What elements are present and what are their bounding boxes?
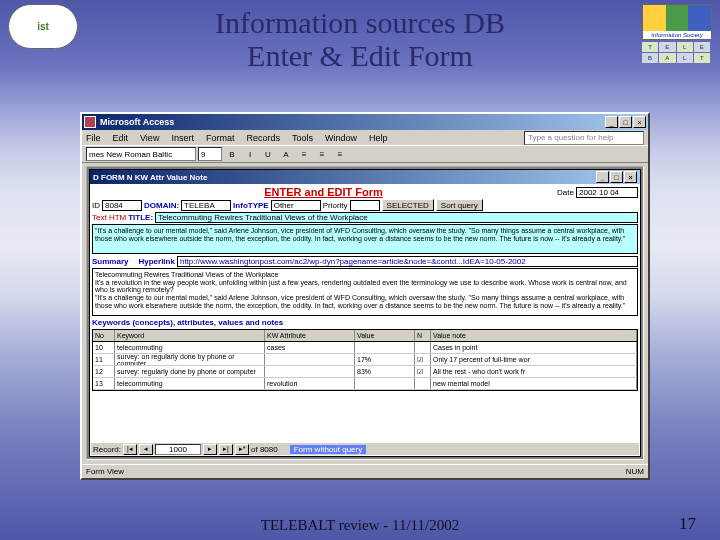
form-body: ENTER and EDIT Form Date 2002 10 04 ID 8…	[90, 184, 640, 456]
align-left-button[interactable]: ≡	[296, 147, 312, 161]
record-number-field[interactable]: 1000	[155, 444, 201, 455]
form-maximize-button[interactable]: □	[610, 171, 623, 183]
infosoc-logo: Information Society	[642, 4, 712, 40]
id-field[interactable]: 8084	[102, 200, 142, 211]
domain-field[interactable]: TELEBA	[181, 200, 231, 211]
table-header: No Keyword KW Attribute Value N Value no…	[93, 330, 637, 342]
text-label: Text HTM	[92, 213, 126, 222]
slide-title: Information sources DB Enter & Edit Form	[215, 6, 505, 72]
menubar: File Edit View Insert Format Records Too…	[82, 130, 648, 145]
priority-field[interactable]	[350, 200, 380, 211]
font-size-select[interactable]: 9	[198, 147, 222, 161]
app-titlebar[interactable]: Microsoft Access _ □ ×	[82, 114, 648, 130]
next-record-button[interactable]: ▸	[203, 444, 217, 455]
bold-button[interactable]: B	[224, 147, 240, 161]
ist-logo: ist	[8, 4, 78, 49]
keywords-table: No Keyword KW Attribute Value N Value no…	[92, 329, 638, 391]
ist-logo-area: ist	[8, 4, 78, 49]
prev-record-button[interactable]: ◂	[139, 444, 153, 455]
access-window: Microsoft Access _ □ × File Edit View In…	[80, 112, 650, 480]
infotype-label: InfoTYPE	[233, 201, 269, 210]
right-logos: Information Society T E L E B A L T	[642, 4, 712, 63]
summary-text-block[interactable]: Telecommuting Rewires Traditional Views …	[92, 268, 638, 316]
domain-label: DOMAIN:	[144, 201, 179, 210]
form-window-title: D FORM N KW Attr Value Note	[93, 173, 207, 182]
id-label: ID	[92, 201, 100, 210]
format-toolbar: mes New Roman Baltic 9 B I U A ≡ ≡ ≡	[82, 145, 648, 163]
table-row[interactable]: 11 survey: on regularly done by phone or…	[93, 354, 637, 366]
minimize-button[interactable]: _	[605, 116, 618, 128]
title-label: TITLE:	[128, 213, 153, 222]
align-center-button[interactable]: ≡	[314, 147, 330, 161]
menu-view[interactable]: View	[140, 133, 159, 143]
col-note[interactable]: Value note	[431, 330, 637, 341]
sort-query-button[interactable]: Sort query	[436, 199, 483, 211]
col-n[interactable]: N	[415, 330, 431, 341]
title-field[interactable]: Telecommuting Rewires Traditional Views …	[155, 212, 638, 223]
hyperlink-label: Hyperlink	[138, 257, 174, 266]
footer-text: TELEBALT review - 11/11/2002	[261, 517, 459, 534]
align-right-button[interactable]: ≡	[332, 147, 348, 161]
summary-label: Summary	[92, 257, 128, 266]
menu-edit[interactable]: Edit	[113, 133, 129, 143]
first-text-block[interactable]: "It's a challenge to our mental model," …	[92, 224, 638, 254]
col-keyword[interactable]: Keyword	[115, 330, 265, 341]
close-button[interactable]: ×	[633, 116, 646, 128]
query-note: Form without query	[290, 445, 366, 454]
record-total: of 8080	[251, 445, 278, 454]
menu-help[interactable]: Help	[369, 133, 388, 143]
statusbar: Form View NUM	[82, 464, 648, 478]
form-close-button[interactable]: ×	[624, 171, 637, 183]
infosoc-label: Information Society	[643, 31, 711, 39]
infotype-field[interactable]: Other	[271, 200, 321, 211]
form-header-label: ENTER and EDIT Form	[264, 186, 383, 198]
slide-footer: TELEBALT review - 11/11/2002	[0, 517, 720, 534]
status-left: Form View	[86, 467, 124, 476]
hyperlink-field[interactable]: http://www.washingtonpost.com/ac2/wp-dyn…	[177, 256, 638, 267]
underline-button[interactable]: U	[260, 147, 276, 161]
status-right: NUM	[626, 467, 644, 476]
date-field[interactable]: 2002 10 04	[576, 187, 638, 198]
table-row[interactable]: 13 telecommuting revolution new mental m…	[93, 378, 637, 390]
font-color-button[interactable]: A	[278, 147, 294, 161]
form-titlebar[interactable]: D FORM N KW Attr Value Note _ □ ×	[90, 170, 640, 184]
new-record-button[interactable]: ▸*	[235, 444, 249, 455]
col-value[interactable]: Value	[355, 330, 415, 341]
record-nav: Record: |◂ ◂ 1000 ▸ ▸| ▸* of 8080 Form w…	[91, 442, 639, 455]
telebalt-logo: T E L E B A L T	[642, 42, 710, 63]
first-record-button[interactable]: |◂	[123, 444, 137, 455]
keywords-label: Keywords (concepts), attributes, values …	[92, 318, 283, 327]
form-window: D FORM N KW Attr Value Note _ □ × ENTER …	[89, 169, 641, 457]
app-title: Microsoft Access	[100, 117, 604, 127]
font-name-select[interactable]: mes New Roman Baltic	[86, 147, 196, 161]
menu-format[interactable]: Format	[206, 133, 235, 143]
table-row[interactable]: 12 survey: regularly done by phone or co…	[93, 366, 637, 378]
date-label: Date	[557, 188, 574, 197]
maximize-button[interactable]: □	[619, 116, 632, 128]
italic-button[interactable]: I	[242, 147, 258, 161]
col-attribute[interactable]: KW Attribute	[265, 330, 355, 341]
record-label: Record:	[93, 445, 121, 454]
mdi-client: D FORM N KW Attr Value Note _ □ × ENTER …	[86, 166, 644, 460]
menu-records[interactable]: Records	[246, 133, 280, 143]
menu-file[interactable]: File	[86, 133, 101, 143]
slide-header: ist Information sources DB Enter & Edit …	[0, 4, 720, 94]
menu-tools[interactable]: Tools	[292, 133, 313, 143]
selected-button[interactable]: SELECTED	[382, 199, 434, 211]
table-row[interactable]: 10 telecommuting cases Cases in point	[93, 342, 637, 354]
menu-window[interactable]: Window	[325, 133, 357, 143]
ask-question-input[interactable]: Type a question for help	[524, 131, 644, 145]
col-no[interactable]: No	[93, 330, 115, 341]
access-icon	[84, 116, 96, 128]
slide-number: 17	[679, 514, 696, 534]
priority-label: Priority	[323, 201, 348, 210]
menu-insert[interactable]: Insert	[171, 133, 194, 143]
last-record-button[interactable]: ▸|	[219, 444, 233, 455]
form-minimize-button[interactable]: _	[596, 171, 609, 183]
